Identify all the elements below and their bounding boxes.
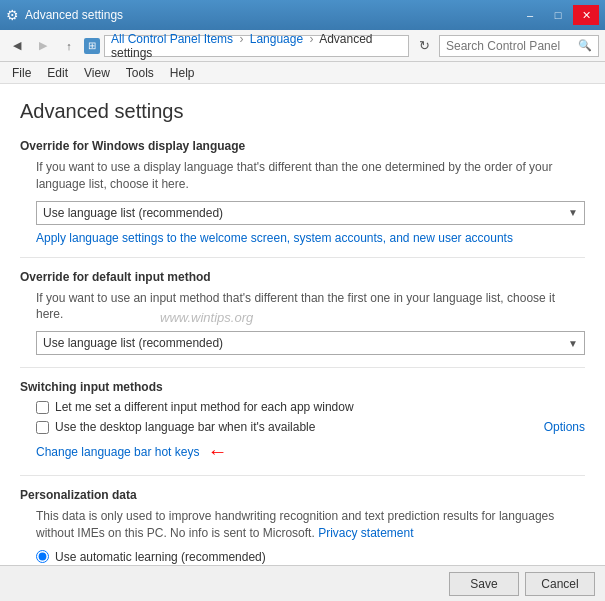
display-language-value: Use language list (recommended) xyxy=(43,206,223,220)
search-input[interactable] xyxy=(446,39,578,53)
divider-3 xyxy=(20,475,585,476)
search-icon: 🔍 xyxy=(578,39,592,52)
window-title: Advanced settings xyxy=(25,8,123,22)
section-input-desc: If you want to use an input method that'… xyxy=(36,290,585,324)
page-title: Advanced settings xyxy=(20,100,585,123)
refresh-button[interactable]: ↻ xyxy=(413,35,435,57)
menu-view[interactable]: View xyxy=(76,64,118,82)
path-cp[interactable]: All Control Panel Items xyxy=(111,32,233,46)
arrow-indicator: ← xyxy=(207,440,227,463)
section-personalization: Personalization data This data is only u… xyxy=(20,488,585,565)
cp-icon: ⊞ xyxy=(88,40,96,51)
section-personal-desc: This data is only used to improve handwr… xyxy=(36,508,585,542)
options-link[interactable]: Options xyxy=(544,420,585,434)
section-switching-title: Switching input methods xyxy=(20,380,585,394)
dropdown-arrow-2-icon: ▼ xyxy=(568,338,578,349)
menu-help[interactable]: Help xyxy=(162,64,203,82)
checkbox-language-bar[interactable] xyxy=(36,421,49,434)
divider-1 xyxy=(20,257,585,258)
menu-tools[interactable]: Tools xyxy=(118,64,162,82)
save-button[interactable]: Save xyxy=(449,572,519,596)
input-method-value: Use language list (recommended) xyxy=(43,336,223,350)
checkbox-language-bar-label: Use the desktop language bar when it's a… xyxy=(55,420,315,434)
up-button[interactable]: ↑ xyxy=(58,35,80,57)
address-path[interactable]: All Control Panel Items › Language › Adv… xyxy=(104,35,409,57)
path-text: All Control Panel Items › Language › Adv… xyxy=(111,32,402,60)
radio-auto-learning[interactable] xyxy=(36,550,49,563)
app-icon: ⚙ xyxy=(6,7,19,23)
section-switching: Switching input methods Let me set a dif… xyxy=(20,380,585,463)
menu-file[interactable]: File xyxy=(4,64,39,82)
back-button[interactable]: ◀ xyxy=(6,35,28,57)
section-display-language: Override for Windows display language If… xyxy=(20,139,585,245)
section-display-desc: If you want to use a display language th… xyxy=(36,159,585,193)
display-language-dropdown[interactable]: Use language list (recommended) ▼ xyxy=(36,201,585,225)
section-personal-title: Personalization data xyxy=(20,488,585,502)
apply-language-link[interactable]: Apply language settings to the welcome s… xyxy=(36,231,513,245)
section-input-method: Override for default input method If you… xyxy=(20,270,585,356)
radio-auto-label: Use automatic learning (recommended) xyxy=(55,550,266,564)
menu-bar: File Edit View Tools Help xyxy=(0,62,605,84)
divider-2 xyxy=(20,367,585,368)
section-input-title: Override for default input method xyxy=(20,270,585,284)
path-language[interactable]: Language xyxy=(250,32,303,46)
menu-edit[interactable]: Edit xyxy=(39,64,76,82)
maximize-button[interactable]: □ xyxy=(545,5,571,25)
main-content: Advanced settings Override for Windows d… xyxy=(0,84,605,565)
checkbox-row-1: Let me set a different input method for … xyxy=(36,400,585,414)
close-button[interactable]: ✕ xyxy=(573,5,599,25)
radio-row-1: Use automatic learning (recommended) xyxy=(36,550,585,564)
input-method-dropdown[interactable]: Use language list (recommended) ▼ xyxy=(36,331,585,355)
bottom-bar: Save Cancel xyxy=(0,565,605,601)
title-bar: ⚙ Advanced settings – □ ✕ xyxy=(0,0,605,30)
checkbox-per-app-label: Let me set a different input method for … xyxy=(55,400,354,414)
minimize-button[interactable]: – xyxy=(517,5,543,25)
section-display-title: Override for Windows display language xyxy=(20,139,585,153)
checkbox-per-app[interactable] xyxy=(36,401,49,414)
cancel-button[interactable]: Cancel xyxy=(525,572,595,596)
checkbox-row-2: Use the desktop language bar when it's a… xyxy=(36,420,585,434)
change-hotkeys-link[interactable]: Change language bar hot keys xyxy=(36,445,199,459)
address-bar: ◀ ▶ ↑ ⊞ All Control Panel Items › Langua… xyxy=(0,30,605,62)
window-controls: – □ ✕ xyxy=(517,5,599,25)
forward-button[interactable]: ▶ xyxy=(32,35,54,57)
dropdown-arrow-icon: ▼ xyxy=(568,207,578,218)
privacy-link[interactable]: Privacy statement xyxy=(318,526,413,540)
search-box[interactable]: 🔍 xyxy=(439,35,599,57)
